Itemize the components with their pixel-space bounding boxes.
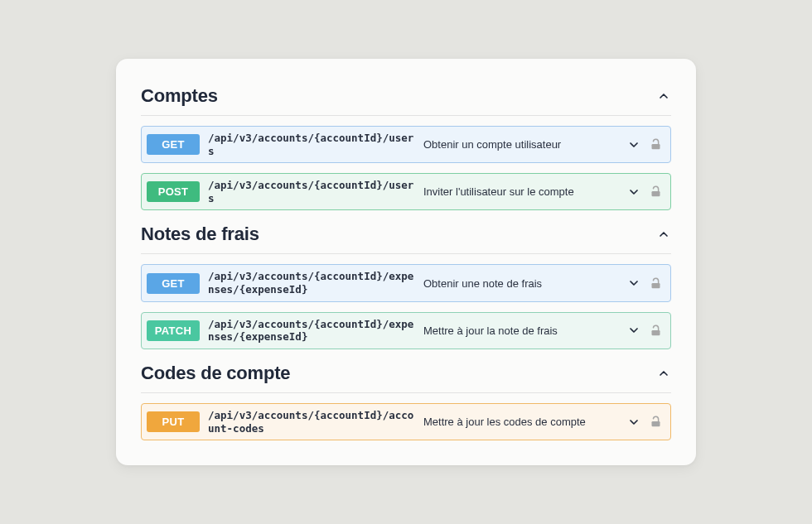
- endpoint-path: /api/v3/accounts/{accountId}/account-cod…: [208, 409, 415, 435]
- method-badge: PATCH: [147, 320, 200, 341]
- section-title: Codes de compte: [141, 363, 290, 384]
- svg-rect-4: [652, 421, 660, 426]
- chevron-up-icon: [656, 227, 671, 242]
- endpoint-desc: Mettre à jour la note de frais: [423, 324, 618, 337]
- unlock-icon[interactable]: [650, 185, 662, 198]
- endpoint-controls: [626, 185, 662, 200]
- section-codes-de-compte: Codes de compte PUT /api/v3/accounts/{ac…: [141, 358, 671, 440]
- chevron-up-icon: [656, 366, 671, 381]
- unlock-icon[interactable]: [650, 277, 662, 290]
- endpoint-row[interactable]: PUT /api/v3/accounts/{accountId}/account…: [141, 403, 671, 440]
- svg-rect-2: [652, 282, 660, 287]
- endpoint-row[interactable]: GET /api/v3/accounts/{accountId}/expense…: [141, 264, 671, 301]
- endpoint-desc: Mettre à jour les codes de compte: [423, 416, 618, 428]
- chevron-down-icon: [626, 323, 641, 338]
- endpoint-controls: [626, 137, 662, 152]
- endpoint-path: /api/v3/accounts/{accountId}/users: [208, 132, 415, 157]
- api-panel: Comptes GET /api/v3/accounts/{accountId}…: [116, 59, 696, 465]
- endpoint-row[interactable]: GET /api/v3/accounts/{accountId}/users O…: [141, 126, 671, 163]
- method-badge: GET: [147, 273, 200, 294]
- endpoint-desc: Obtenir un compte utilisateur: [423, 138, 618, 151]
- svg-rect-1: [652, 191, 660, 196]
- endpoint-row[interactable]: PATCH /api/v3/accounts/{accountId}/expen…: [141, 312, 671, 349]
- endpoint-controls: [626, 415, 662, 430]
- svg-rect-0: [652, 144, 660, 149]
- method-badge: POST: [147, 181, 200, 202]
- chevron-down-icon: [626, 415, 641, 430]
- section-header-notes[interactable]: Notes de frais: [141, 219, 671, 254]
- method-badge: GET: [147, 134, 200, 155]
- chevron-down-icon: [626, 276, 641, 291]
- section-comptes: Comptes GET /api/v3/accounts/{accountId}…: [141, 80, 671, 211]
- endpoint-path: /api/v3/accounts/{accountId}/expenses/{e…: [208, 318, 415, 344]
- endpoint-desc: Obtenir une note de frais: [423, 277, 618, 290]
- chevron-up-icon: [656, 89, 671, 103]
- unlock-icon[interactable]: [650, 324, 662, 337]
- endpoint-path: /api/v3/accounts/{accountId}/expenses/{e…: [208, 270, 415, 296]
- endpoint-row[interactable]: POST /api/v3/accounts/{accountId}/users …: [141, 173, 671, 210]
- unlock-icon[interactable]: [650, 416, 662, 428]
- chevron-down-icon: [626, 137, 641, 152]
- unlock-icon[interactable]: [650, 138, 662, 151]
- chevron-down-icon: [626, 185, 641, 200]
- section-header-comptes[interactable]: Comptes: [141, 80, 671, 116]
- method-badge: PUT: [147, 411, 200, 432]
- section-header-codes[interactable]: Codes de compte: [141, 358, 671, 393]
- endpoint-controls: [626, 276, 662, 291]
- section-notes-de-frais: Notes de frais GET /api/v3/accounts/{acc…: [141, 219, 671, 349]
- endpoint-path: /api/v3/accounts/{accountId}/users: [208, 179, 415, 204]
- section-title: Comptes: [141, 85, 218, 107]
- endpoint-controls: [626, 323, 662, 338]
- section-title: Notes de frais: [141, 224, 259, 245]
- svg-rect-3: [652, 330, 660, 335]
- endpoint-desc: Inviter l'utilisateur sur le compte: [423, 185, 618, 198]
